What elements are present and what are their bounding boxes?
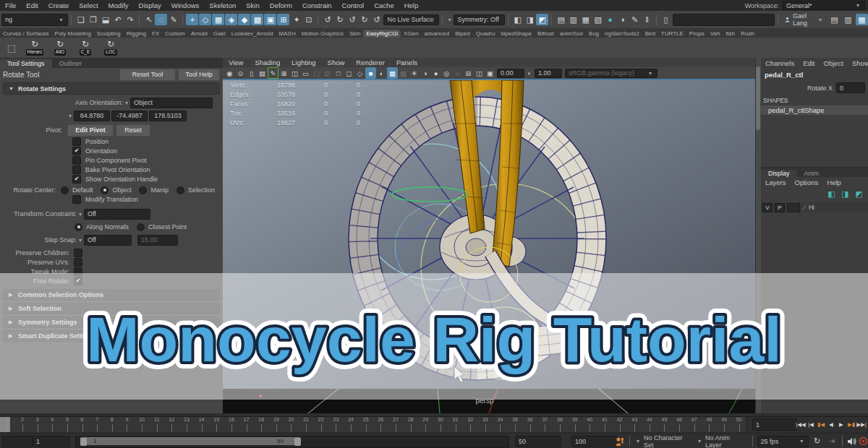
range-end-handle[interactable] <box>294 438 301 446</box>
menu-item[interactable]: Modify <box>103 1 134 9</box>
marquee-select-icon[interactable]: ⬚ <box>3 42 20 53</box>
menu-item[interactable]: Windows <box>166 1 205 9</box>
playback-start-field[interactable]: 1 <box>33 436 70 447</box>
open-scene-icon[interactable]: ❐ <box>87 14 99 25</box>
new-scene-icon[interactable]: ❑ <box>75 14 87 25</box>
viewport-menu-item[interactable]: Panels <box>391 59 423 66</box>
chevron-down-icon[interactable]: ▾ <box>79 237 82 244</box>
shelf-tab[interactable]: MASH <box>276 30 299 38</box>
scrollbar-thumb[interactable] <box>756 66 760 130</box>
x-ray-icon[interactable]: ◫ <box>474 67 485 79</box>
live-surface-field[interactable]: No Live Surface <box>383 14 439 25</box>
lock-selection-icon[interactable]: ✦ <box>290 14 302 25</box>
camera-attributes-icon[interactable]: ⊙ <box>235 67 246 79</box>
snap-grid-icon[interactable]: ▦ <box>212 14 224 25</box>
channel-box-toggle-icon[interactable]: ▦ <box>856 14 868 25</box>
shelf-tab[interactable]: Skin <box>346 30 364 38</box>
menu-item[interactable]: Skeleton <box>204 1 241 9</box>
render-current-frame-icon[interactable]: ▥ <box>567 14 579 25</box>
shelf-tab[interactable]: animTool <box>557 30 586 38</box>
step-forward-key-icon[interactable]: ▶▮ <box>846 418 856 431</box>
chevron-down-icon[interactable]: ▾ <box>637 438 639 444</box>
range-slider-bar[interactable]: 1 50 <box>80 437 301 445</box>
single-pane-layout-icon[interactable]: ◧ <box>511 14 524 25</box>
chevron-down-icon[interactable]: ▾ <box>125 100 128 106</box>
select-camera-icon[interactable]: ◉ <box>224 67 235 79</box>
shelf-button[interactable]: ↻ AllO <box>49 40 71 56</box>
current-frame-field[interactable]: 1 <box>752 418 797 431</box>
radio-option[interactable]: Closest Point <box>137 223 187 231</box>
highlight-selection-icon[interactable]: ⊡ <box>302 14 315 25</box>
lasso-select-icon[interactable]: ◌ <box>155 14 167 25</box>
shelf-tab[interactable]: Poly Modeling <box>52 30 94 38</box>
reset-pivot-button[interactable]: Reset <box>116 124 150 137</box>
menu-item[interactable]: Skin <box>241 1 264 9</box>
new-empty-layer-icon[interactable]: ◧ <box>825 188 838 199</box>
tool-settings-toggle-icon[interactable]: ▥ <box>842 14 854 25</box>
motion-blur-icon[interactable]: ≈ <box>452 67 463 79</box>
display-layer-row[interactable]: V P ⟋ Hi <box>761 202 868 212</box>
input-connections-icon[interactable]: ↺ <box>321 14 333 25</box>
range-start-handle[interactable] <box>80 438 87 446</box>
paint-effects-icon[interactable]: ✎ <box>268 67 278 79</box>
shelf-tab[interactable]: Sculpting <box>94 30 124 38</box>
redo-icon[interactable]: ↷ <box>124 14 136 25</box>
shelf-tab[interactable]: XGen <box>401 30 421 38</box>
channel-box-menu-item[interactable]: Channels <box>761 59 799 67</box>
ambient-occlusion-icon[interactable]: ● <box>430 67 441 79</box>
viewport-menu-item[interactable]: Lighting <box>286 59 321 66</box>
resolution-gate-icon[interactable]: ▭ <box>300 67 311 79</box>
shaded-display-icon[interactable]: ■ <box>365 67 376 79</box>
tab-outliner[interactable]: Outliner <box>52 59 90 68</box>
snap-move-icon[interactable]: + <box>186 14 198 25</box>
radio-option[interactable]: Default <box>61 186 93 194</box>
workspace-dropdown[interactable]: General* ▾ <box>783 1 865 10</box>
channel-box-menu-item[interactable]: Show <box>848 59 868 67</box>
attribute-value-field[interactable]: 0 <box>836 82 865 93</box>
snap-rotate-icon[interactable]: ◇ <box>199 14 211 25</box>
chevron-down-icon[interactable]: ▾ <box>79 211 82 217</box>
fps-dropdown[interactable]: 25 fps ▾ <box>757 436 809 447</box>
layer-editor-menu-item[interactable]: Help <box>822 178 846 186</box>
shelf-tab[interactable]: ngSkinTools2 <box>602 30 642 38</box>
viewport-menu-item[interactable]: Renderer <box>350 59 391 66</box>
animation-start-field[interactable] <box>2 436 33 447</box>
tool-help-button[interactable]: Tool Help <box>178 69 220 81</box>
light-editor-icon[interactable]: ✎ <box>629 14 641 25</box>
shelf-tab[interactable]: advanced <box>422 30 453 38</box>
menu-item[interactable]: Display <box>134 1 166 9</box>
menu-item[interactable]: Edit <box>21 1 43 9</box>
axis-orientation-dropdown[interactable]: Object <box>130 98 213 108</box>
character-set-key-icon[interactable] <box>615 436 625 447</box>
joints-x-ray-icon[interactable]: ▣ <box>485 67 495 79</box>
animation-preferences-icon[interactable] <box>859 436 868 446</box>
speaker-icon[interactable] <box>847 437 856 446</box>
lights-icon[interactable]: ☀ <box>409 67 420 79</box>
show-manipulator-icon[interactable]: ▯ <box>660 14 672 25</box>
shelf-tab[interactable]: Gael <box>210 30 229 38</box>
rotate-y-field[interactable]: -74.4987 <box>111 111 148 121</box>
open-render-view-icon[interactable]: ▤ <box>555 14 567 25</box>
save-scene-icon[interactable]: ⬓ <box>99 14 111 25</box>
shadows-icon[interactable]: ◑ <box>420 67 430 79</box>
shelf-tab[interactable]: Quadru <box>473 30 498 38</box>
shelf-tab[interactable]: fish <box>723 30 738 38</box>
channel-box-menu-item[interactable]: Object <box>820 59 848 67</box>
step-back-key-icon[interactable]: ▮◀ <box>816 418 826 431</box>
range-slider[interactable]: 1 50 <box>75 436 509 448</box>
wireframe-icon[interactable]: ◇ <box>354 67 365 79</box>
transform-constraint-dropdown[interactable]: Off <box>84 209 150 220</box>
menu-item[interactable]: Help <box>399 1 424 9</box>
shelf-tab[interactable]: Props <box>686 30 707 38</box>
radio-option[interactable]: Along Normals <box>75 223 129 231</box>
play-forward-icon[interactable]: ▶ <box>836 418 846 431</box>
wireframe-on-shaded-icon[interactable]: ▩ <box>387 67 398 79</box>
grid-icon[interactable]: ⊞ <box>278 67 289 79</box>
isolate-select-icon[interactable]: ⊟ <box>463 67 474 79</box>
command-line-input[interactable] <box>673 14 775 26</box>
snap-view-icon[interactable]: ▣ <box>264 14 276 25</box>
radio-option[interactable]: Object <box>101 186 131 194</box>
symmetry-dropdown[interactable]: Symmetry: Off <box>454 14 505 25</box>
playback-loop-icon[interactable]: ↻ <box>811 436 823 447</box>
playback-end-field[interactable]: 50 <box>515 436 561 447</box>
